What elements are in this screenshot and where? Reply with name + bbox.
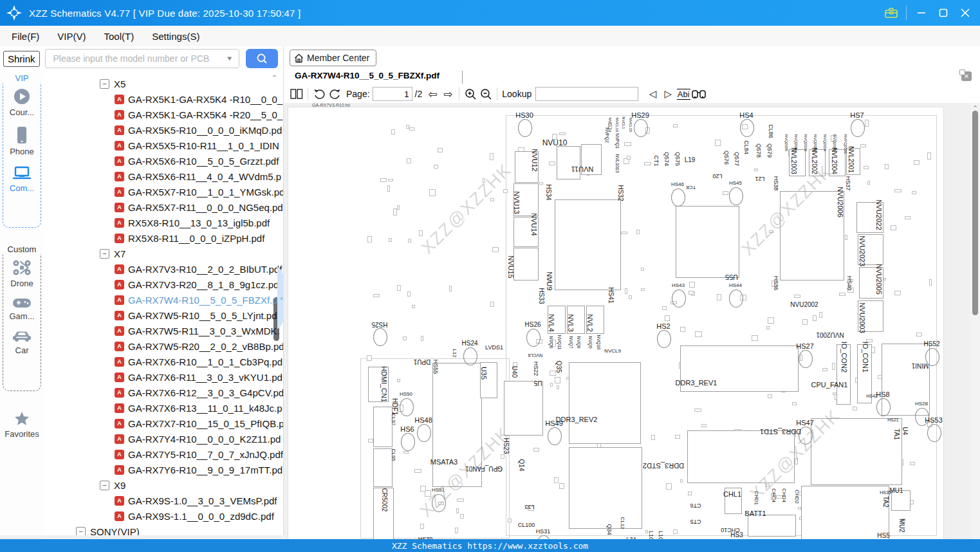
component-label: NVCL14: [608, 118, 612, 133]
pdf-scrollbar[interactable]: ⌃: [970, 103, 980, 539]
sidebar-item-favorites[interactable]: Favorites: [0, 411, 44, 439]
app-window: XZZ Schematics V4.77 [ VIP Due date: 202…: [0, 0, 980, 552]
tree-file-item[interactable]: A GA-RX7W4-R10__5_0_5_FBZXf.pd: [115, 292, 283, 308]
component-pad: [694, 409, 701, 411]
status-bar: XZZ Schematics https://www.xzztools.com: [0, 539, 980, 552]
tree-file-item[interactable]: A GA-RX7X6-R13__11_0_11_k48Jc.p: [115, 400, 282, 416]
component-pad: [673, 529, 678, 534]
find-next-icon[interactable]: ▷: [660, 86, 676, 102]
lookup-input[interactable]: [535, 87, 638, 101]
shrink-button[interactable]: Shrink: [3, 51, 40, 67]
binoculars-icon[interactable]: [691, 86, 707, 102]
pdf-file-icon: A: [115, 311, 124, 320]
tree-file-item[interactable]: A GA-RX7W5-R20__2_0_2_vB8Bp.pd: [115, 338, 283, 354]
tree-file-item[interactable]: A GA-RX9S-1.0__3_0_3_VEMsP.pdf: [115, 493, 277, 508]
sidebar-item-drone[interactable]: Drone: [3, 259, 41, 288]
sidebar-item-gam[interactable]: Gam...: [3, 297, 41, 321]
tree-file-item[interactable]: A GA-RX5X5-R10-R11__1_0_1_IDIN: [115, 138, 279, 153]
star-icon: [14, 411, 30, 427]
tree-file-item[interactable]: A GA-RX7Y6-R10__9_0_9_17mTT.pd: [115, 462, 282, 477]
find-prev-icon[interactable]: ◁: [645, 86, 660, 102]
tree-file-item[interactable]: A GA-RX7X6-R10__1_0_1_Cb3Pq.pd: [115, 354, 282, 369]
sidebar-item-phone[interactable]: Phone: [3, 126, 41, 156]
document-tab[interactable]: GA-RX7W4-R10__5_0_5_FBZXf.pdf: [295, 71, 439, 80]
component-label: TA1: [893, 428, 900, 440]
pdf-scrollbar-thumb[interactable]: [972, 111, 978, 315]
component-pad: [549, 161, 555, 165]
component-pad: [910, 462, 916, 465]
next-page-icon[interactable]: ⇨: [440, 86, 456, 102]
model-search-box[interactable]: ▼: [45, 49, 239, 68]
tree-file-item[interactable]: A GA-RX7W5-R10__5_0_5_LYjnt.pdf: [115, 308, 280, 323]
tree-file-item[interactable]: A GA-RX5K1-GA-RX5K4 -R20__5_0_: [115, 107, 282, 122]
category-sidebar: VIP Cour... Phone Com... Custom Drone Ga…: [0, 71, 44, 535]
component-outline: [676, 206, 739, 278]
zoom-out-icon[interactable]: [478, 86, 494, 102]
sidebar-item-car[interactable]: Car: [3, 330, 41, 355]
match-case-icon[interactable]: Abi: [676, 86, 691, 102]
tree-file-item[interactable]: A GA-RX7Y5-R10__7_0_7_xJnJQ.pdf: [115, 446, 283, 462]
member-center-button[interactable]: Member Center: [290, 50, 376, 66]
prev-page-icon[interactable]: ⇦: [425, 86, 440, 102]
tree-file-item[interactable]: A GA-RX5K1-GA-RX5K4 -R10__0_0_: [115, 91, 282, 107]
tree-group-item[interactable]: − X7: [100, 246, 125, 261]
tree-file-item[interactable]: A GA-RX7V3-R20__8_1_8_9g1cz.pdf: [115, 277, 282, 292]
tree-file-item[interactable]: A GA-RX7V3-R10__2_0_2_BIbUT.pdf: [115, 261, 282, 277]
tree-file-item[interactable]: A GA-RX5X7-R11__0_0_0_NG5eq.pd: [115, 199, 283, 215]
tree-file-item[interactable]: A GA-RX5X6-R11__4_0_4_WVdm5.p: [115, 169, 281, 184]
tree-file-label: GA-RX5K1-GA-RX5K4 -R10__0_0_: [128, 94, 282, 105]
tree-file-label: GA-RX5K5-R10__0_0_0_iKMqD.pd: [128, 125, 282, 136]
menu-tool[interactable]: Tool(T): [95, 26, 143, 46]
component-pad: [367, 355, 372, 361]
menu-bar: File(F) VIP(V) Tool(T) Settings(S): [0, 26, 980, 46]
page-number-input[interactable]: [373, 87, 412, 101]
sidebar-item-com[interactable]: Com...: [3, 165, 41, 193]
search-button[interactable]: [246, 49, 278, 68]
search-input[interactable]: [52, 53, 223, 64]
tree-file-item[interactable]: A GA-RX7X7-R10__15_0_15_PfIQB.p: [115, 416, 283, 431]
collapse-minus-icon[interactable]: −: [100, 79, 109, 89]
tree-file-item[interactable]: A GA-RX7X6-R11__3_0_3_vKYU1.pd: [115, 369, 282, 385]
toolbox-icon[interactable]: [880, 5, 902, 21]
component-label: NVQ2009: [813, 134, 817, 151]
rotate-left-icon[interactable]: [311, 86, 327, 102]
tree-file-item[interactable]: A GA-RX5X6-R10__5_0_5_Grzzt.pdf: [115, 153, 279, 169]
minimize-button[interactable]: [911, 5, 932, 21]
tree-file-label: GA-RX7W5-R11__3_0_3_WxMDK.: [128, 326, 280, 336]
collapse-minus-icon[interactable]: −: [76, 527, 86, 536]
menu-settings[interactable]: Settings(S): [143, 26, 208, 46]
component-label: HS30: [515, 112, 533, 119]
component-outline: [569, 362, 641, 444]
tree-file-item[interactable]: A RX5X8-R11__0_0_0_iZPpH.pdf: [115, 230, 264, 246]
collapse-minus-icon[interactable]: −: [100, 249, 109, 259]
component-pad: [407, 291, 411, 296]
tree-file-item[interactable]: A GA-RX7X6-R12__3_0_3_G4pCV.pd: [115, 385, 283, 400]
tree-file-item[interactable]: A GA-RX7Y4-R10__0_0_0_K2Z11.pd: [115, 431, 281, 446]
close-tab-icon[interactable]: ✕: [961, 71, 972, 81]
car-icon: [12, 330, 32, 343]
tree-file-item[interactable]: A GA-RX5K5-R10__0_0_0_iKMqD.pd: [115, 122, 282, 138]
tree-file-item[interactable]: A GA-RX7W5-R11__3_0_3_WxMDK.: [115, 323, 280, 338]
component-outline: [801, 486, 889, 539]
rotate-right-icon[interactable]: [327, 86, 342, 102]
two-page-view-icon[interactable]: [289, 86, 304, 102]
maximize-button[interactable]: [932, 5, 954, 21]
tree-file-item[interactable]: A RX5X8-R10__13_0_13_igl5b.pdf: [115, 215, 270, 230]
component-pad: [845, 235, 847, 239]
tree-file-item[interactable]: A GA-RX9S-1.1__0_0_0_zd9dC.pdf: [115, 508, 274, 524]
zoom-in-icon[interactable]: [463, 86, 478, 102]
collapse-minus-icon[interactable]: −: [100, 481, 109, 490]
chevron-down-icon[interactable]: ▼: [226, 55, 234, 62]
close-button[interactable]: [954, 5, 976, 21]
menu-file[interactable]: File(F): [0, 26, 48, 46]
tree-file-item[interactable]: A GA-RX5X7-R10__1_0_1_YMGsk.pd: [115, 184, 283, 199]
home-icon: [294, 53, 304, 63]
tree-scroll-up-icon[interactable]: ⌃: [271, 73, 278, 83]
tree-group-item[interactable]: − X9: [100, 477, 125, 493]
menu-vip[interactable]: VIP(V): [48, 26, 95, 46]
pdf-viewer[interactable]: GA-RX7V3-R10.fxl HS30HS29HS4HS7NVU10NVU1…: [284, 103, 980, 539]
tree-group-item[interactable]: − SONY(VIP): [76, 524, 140, 535]
tree-group-item[interactable]: − X5: [100, 76, 125, 91]
sidebar-item-cour[interactable]: Cour...: [3, 88, 41, 117]
component-pad: [675, 435, 680, 439]
